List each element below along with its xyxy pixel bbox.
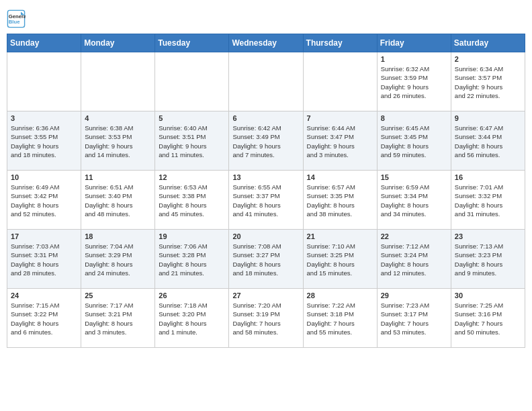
day-number: 22 [381, 232, 447, 240]
calendar-cell: 28Sunrise: 7:22 AM Sunset: 3:18 PM Dayli… [303, 289, 377, 348]
day-info: Sunrise: 6:47 AM Sunset: 3:44 PM Dayligh… [455, 124, 521, 159]
day-number: 23 [455, 232, 521, 240]
calendar-cell: 20Sunrise: 7:08 AM Sunset: 3:27 PM Dayli… [229, 230, 303, 289]
weekday-header-thursday: Thursday [303, 34, 377, 52]
calendar-cell [303, 52, 377, 111]
weekday-header-monday: Monday [81, 34, 155, 52]
logo-icon: General Blue [7, 9, 26, 28]
calendar-cell: 25Sunrise: 7:17 AM Sunset: 3:21 PM Dayli… [81, 289, 155, 348]
calendar-header-row: SundayMondayTuesdayWednesdayThursdayFrid… [7, 34, 525, 52]
day-number: 17 [11, 232, 77, 240]
calendar-cell: 19Sunrise: 7:06 AM Sunset: 3:28 PM Dayli… [155, 230, 229, 289]
day-number: 28 [307, 291, 373, 300]
day-number: 2 [455, 55, 521, 63]
calendar-cell: 1Sunrise: 6:32 AM Sunset: 3:59 PM Daylig… [377, 52, 451, 111]
day-number: 24 [11, 291, 77, 300]
weekday-header-wednesday: Wednesday [229, 34, 303, 52]
header: General Blue [7, 7, 525, 28]
calendar-week-3: 10Sunrise: 6:49 AM Sunset: 3:42 PM Dayli… [7, 171, 525, 230]
day-info: Sunrise: 7:23 AM Sunset: 3:17 PM Dayligh… [381, 301, 447, 336]
calendar-cell: 30Sunrise: 7:25 AM Sunset: 3:16 PM Dayli… [451, 289, 525, 348]
day-info: Sunrise: 6:51 AM Sunset: 3:40 PM Dayligh… [85, 183, 151, 218]
calendar-cell: 11Sunrise: 6:51 AM Sunset: 3:40 PM Dayli… [81, 171, 155, 230]
calendar-cell: 2Sunrise: 6:34 AM Sunset: 3:57 PM Daylig… [451, 52, 525, 111]
day-info: Sunrise: 7:15 AM Sunset: 3:22 PM Dayligh… [11, 301, 77, 336]
day-number: 9 [455, 114, 521, 122]
calendar-cell: 9Sunrise: 6:47 AM Sunset: 3:44 PM Daylig… [451, 111, 525, 171]
day-info: Sunrise: 7:20 AM Sunset: 3:19 PM Dayligh… [232, 301, 299, 336]
calendar-cell [229, 52, 303, 111]
day-info: Sunrise: 6:36 AM Sunset: 3:55 PM Dayligh… [11, 124, 77, 159]
day-number: 4 [85, 114, 151, 122]
day-number: 14 [307, 173, 373, 181]
day-info: Sunrise: 7:08 AM Sunset: 3:27 PM Dayligh… [232, 242, 299, 277]
day-number: 12 [159, 173, 225, 181]
day-info: Sunrise: 7:10 AM Sunset: 3:25 PM Dayligh… [307, 242, 373, 277]
calendar-cell: 21Sunrise: 7:10 AM Sunset: 3:25 PM Dayli… [303, 230, 377, 289]
day-number: 13 [232, 173, 299, 181]
calendar-week-5: 24Sunrise: 7:15 AM Sunset: 3:22 PM Dayli… [7, 289, 525, 348]
calendar-body: 1Sunrise: 6:32 AM Sunset: 3:59 PM Daylig… [7, 52, 525, 348]
calendar-cell: 18Sunrise: 7:04 AM Sunset: 3:29 PM Dayli… [81, 230, 155, 289]
day-number: 21 [307, 232, 373, 240]
day-number: 19 [159, 232, 225, 240]
calendar-cell: 7Sunrise: 6:44 AM Sunset: 3:47 PM Daylig… [303, 111, 377, 171]
calendar-cell: 15Sunrise: 6:59 AM Sunset: 3:34 PM Dayli… [377, 171, 451, 230]
calendar-cell: 3Sunrise: 6:36 AM Sunset: 3:55 PM Daylig… [7, 111, 81, 171]
calendar-cell: 26Sunrise: 7:18 AM Sunset: 3:20 PM Dayli… [155, 289, 229, 348]
day-number: 5 [159, 114, 225, 122]
day-number: 11 [85, 173, 151, 181]
day-info: Sunrise: 7:25 AM Sunset: 3:16 PM Dayligh… [455, 301, 521, 336]
logo: General Blue [7, 9, 27, 28]
day-number: 16 [455, 173, 521, 181]
day-number: 18 [85, 232, 151, 240]
day-info: Sunrise: 6:55 AM Sunset: 3:37 PM Dayligh… [232, 183, 299, 218]
calendar-cell: 6Sunrise: 6:42 AM Sunset: 3:49 PM Daylig… [229, 111, 303, 171]
day-number: 26 [159, 291, 225, 300]
day-info: Sunrise: 6:53 AM Sunset: 3:38 PM Dayligh… [159, 183, 225, 218]
weekday-header-saturday: Saturday [451, 34, 525, 52]
day-info: Sunrise: 6:57 AM Sunset: 3:35 PM Dayligh… [307, 183, 373, 218]
weekday-header-tuesday: Tuesday [155, 34, 229, 52]
calendar-cell: 27Sunrise: 7:20 AM Sunset: 3:19 PM Dayli… [229, 289, 303, 348]
calendar-week-1: 1Sunrise: 6:32 AM Sunset: 3:59 PM Daylig… [7, 52, 525, 111]
calendar-cell: 29Sunrise: 7:23 AM Sunset: 3:17 PM Dayli… [377, 289, 451, 348]
day-info: Sunrise: 6:42 AM Sunset: 3:49 PM Dayligh… [232, 124, 299, 159]
weekday-header-friday: Friday [377, 34, 451, 52]
calendar-cell: 4Sunrise: 6:38 AM Sunset: 3:53 PM Daylig… [81, 111, 155, 171]
day-info: Sunrise: 6:38 AM Sunset: 3:53 PM Dayligh… [85, 124, 151, 159]
calendar-cell: 10Sunrise: 6:49 AM Sunset: 3:42 PM Dayli… [7, 171, 81, 230]
day-info: Sunrise: 7:13 AM Sunset: 3:23 PM Dayligh… [455, 242, 521, 277]
day-number: 20 [232, 232, 299, 240]
day-number: 6 [232, 114, 299, 122]
day-info: Sunrise: 7:04 AM Sunset: 3:29 PM Dayligh… [85, 242, 151, 277]
calendar-week-4: 17Sunrise: 7:03 AM Sunset: 3:31 PM Dayli… [7, 230, 525, 289]
day-info: Sunrise: 7:22 AM Sunset: 3:18 PM Dayligh… [307, 301, 373, 336]
calendar-cell: 13Sunrise: 6:55 AM Sunset: 3:37 PM Dayli… [229, 171, 303, 230]
calendar-cell [7, 52, 81, 111]
svg-text:Blue: Blue [9, 19, 20, 25]
calendar-cell: 12Sunrise: 6:53 AM Sunset: 3:38 PM Dayli… [155, 171, 229, 230]
calendar-cell: 17Sunrise: 7:03 AM Sunset: 3:31 PM Dayli… [7, 230, 81, 289]
calendar-cell: 5Sunrise: 6:40 AM Sunset: 3:51 PM Daylig… [155, 111, 229, 171]
day-info: Sunrise: 6:59 AM Sunset: 3:34 PM Dayligh… [381, 183, 447, 218]
calendar-cell: 23Sunrise: 7:13 AM Sunset: 3:23 PM Dayli… [451, 230, 525, 289]
calendar-table: SundayMondayTuesdayWednesdayThursdayFrid… [7, 34, 525, 348]
day-info: Sunrise: 6:45 AM Sunset: 3:45 PM Dayligh… [381, 124, 447, 159]
day-info: Sunrise: 7:18 AM Sunset: 3:20 PM Dayligh… [159, 301, 225, 336]
day-info: Sunrise: 6:49 AM Sunset: 3:42 PM Dayligh… [11, 183, 77, 218]
day-info: Sunrise: 7:01 AM Sunset: 3:32 PM Dayligh… [455, 183, 521, 218]
day-info: Sunrise: 7:17 AM Sunset: 3:21 PM Dayligh… [85, 301, 151, 336]
day-number: 1 [381, 55, 447, 63]
day-info: Sunrise: 6:40 AM Sunset: 3:51 PM Dayligh… [159, 124, 225, 159]
day-info: Sunrise: 7:03 AM Sunset: 3:31 PM Dayligh… [11, 242, 77, 277]
calendar-cell: 22Sunrise: 7:12 AM Sunset: 3:24 PM Dayli… [377, 230, 451, 289]
day-number: 27 [232, 291, 299, 300]
day-number: 25 [85, 291, 151, 300]
calendar-cell [155, 52, 229, 111]
day-number: 8 [381, 114, 447, 122]
day-info: Sunrise: 6:34 AM Sunset: 3:57 PM Dayligh… [455, 64, 521, 100]
day-info: Sunrise: 7:12 AM Sunset: 3:24 PM Dayligh… [381, 242, 447, 277]
calendar-cell: 8Sunrise: 6:45 AM Sunset: 3:45 PM Daylig… [377, 111, 451, 171]
calendar-cell: 16Sunrise: 7:01 AM Sunset: 3:32 PM Dayli… [451, 171, 525, 230]
